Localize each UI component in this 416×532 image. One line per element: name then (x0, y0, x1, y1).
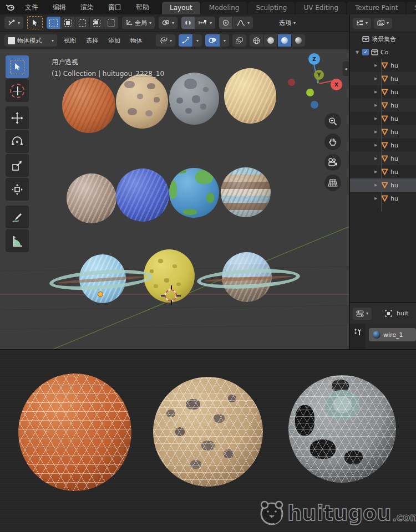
mode-dropdown[interactable]: 物体模式 ▾ (4, 34, 57, 47)
properties-editor-dropdown[interactable]: ▾ (353, 308, 372, 320)
planet-wire-orange[interactable] (18, 374, 131, 491)
select-mode-intersect-button[interactable] (104, 17, 118, 29)
tool-measure[interactable] (6, 229, 29, 252)
collection-row[interactable]: ▼ ✓ Co (350, 45, 416, 59)
tab-texture-paint[interactable]: Texture Paint (347, 2, 405, 14)
xray-toggle[interactable] (232, 34, 246, 47)
outliner-item[interactable]: ▶hu (350, 59, 416, 72)
zoom-button[interactable] (324, 113, 341, 130)
proportional-edit-toggle[interactable] (219, 17, 232, 29)
outliner-item[interactable]: ▶hu (350, 72, 416, 85)
ortho-toggle-button[interactable] (324, 175, 341, 191)
menu-file[interactable]: 文件 (18, 0, 45, 14)
tool-cursor[interactable] (6, 79, 29, 102)
gizmo-dropdown[interactable]: ▾ (193, 34, 202, 47)
tab-uv-editing[interactable]: UV Editing (296, 2, 346, 14)
expand-arrow-icon[interactable]: ▶ (374, 90, 379, 94)
expand-arrow-icon[interactable]: ▶ (374, 170, 379, 174)
overlays-dropdown[interactable]: ▾ (220, 34, 229, 47)
axis-gizmo[interactable]: Z Y X (286, 52, 347, 110)
outliner-item[interactable]: ▶hu (350, 192, 416, 205)
tab-modeling[interactable]: Modeling (201, 2, 247, 14)
tab-layout[interactable]: Layout (162, 2, 200, 14)
axis-neg-x-ball[interactable] (288, 79, 295, 86)
shading-rendered-button[interactable] (292, 34, 305, 47)
outliner-item[interactable]: ▶hu (350, 139, 416, 152)
axis-z-ball[interactable]: Z (308, 53, 320, 65)
camera-view-button[interactable] (324, 154, 341, 171)
select-box-tool-button[interactable] (27, 16, 43, 29)
expand-arrow-icon[interactable]: ▼ (356, 50, 360, 55)
shading-material-button[interactable] (278, 34, 291, 47)
menu-add[interactable]: 添加 (105, 34, 124, 47)
expand-arrow-icon[interactable]: ▶ (374, 143, 379, 147)
active-tool-dropdown[interactable]: ▾ (4, 17, 23, 29)
axis-neg-z-ball[interactable] (311, 101, 318, 109)
viewport-3d[interactable]: 用户透视 (1) Collection | huitugou_2228_10 (0, 49, 349, 349)
menu-object[interactable]: 物体 (127, 34, 146, 47)
planet-wire-cookie[interactable] (153, 377, 263, 487)
outliner-item[interactable]: ▶hu (350, 125, 416, 139)
menu-window[interactable]: 窗口 (101, 0, 129, 14)
expand-arrow-icon[interactable]: ▶ (374, 76, 379, 81)
tab-shading[interactable]: Shading (407, 2, 416, 14)
planet-cookie[interactable] (116, 74, 168, 129)
expand-arrow-icon[interactable]: ▶ (374, 103, 379, 108)
sidebar-collapse-arrow[interactable]: ◂ (343, 62, 349, 76)
expand-arrow-icon[interactable]: ▶ (374, 183, 379, 187)
collection-checkbox[interactable]: ✓ (362, 49, 369, 55)
options-dropdown[interactable]: 选项 ▾ (276, 17, 299, 29)
snap-toggle-button[interactable] (181, 17, 195, 29)
planet-earth[interactable] (169, 168, 219, 218)
tool-tab-icon[interactable] (354, 328, 362, 336)
tool-select-box[interactable] (6, 55, 29, 78)
show-overlays-toggle[interactable] (205, 34, 220, 47)
editor-type-dropdown[interactable]: ▾ (353, 18, 371, 29)
tool-annotate[interactable] (6, 206, 29, 228)
select-mode-set-button[interactable] (47, 17, 60, 29)
expand-arrow-icon[interactable]: ▶ (374, 116, 379, 121)
select-mode-difference-button[interactable] (90, 17, 104, 29)
outliner-item[interactable]: ▶hu (350, 112, 416, 125)
planet-wire-gray[interactable] (288, 375, 396, 483)
menu-view[interactable]: 视图 (60, 34, 79, 47)
select-mode-subtract-button[interactable] (75, 17, 89, 29)
outliner-item[interactable]: ▶hu (350, 99, 416, 112)
planet-taupe[interactable] (67, 173, 116, 223)
expand-arrow-icon[interactable]: ▶ (374, 63, 379, 68)
menu-edit[interactable]: 编辑 (45, 0, 73, 14)
shading-solid-button[interactable] (264, 34, 277, 47)
planet-blue[interactable] (116, 168, 169, 222)
outliner-item[interactable]: ▶hu (350, 152, 416, 165)
falloff-dropdown[interactable]: ▾ (233, 17, 253, 29)
menu-help[interactable]: 帮助 (129, 0, 156, 14)
outliner-item[interactable]: ▶hu (350, 165, 416, 178)
outliner-item[interactable]: ▶hu (350, 85, 416, 99)
planet-jupiter[interactable] (221, 167, 271, 217)
show-gizmo-toggle[interactable] (179, 34, 192, 47)
visibility-dropdown[interactable]: ▾ (156, 34, 175, 47)
snap-with-dropdown[interactable]: ▾ (195, 17, 215, 29)
select-mode-extend-button[interactable] (61, 17, 75, 29)
tool-transform[interactable] (6, 178, 29, 201)
expand-arrow-icon[interactable]: ▶ (374, 130, 379, 134)
expand-arrow-icon[interactable]: ▶ (374, 196, 379, 201)
tab-sculpting[interactable]: Sculpting (248, 2, 295, 14)
axis-x-ball[interactable]: X (331, 79, 342, 90)
pivot-point-dropdown[interactable]: ▾ (159, 17, 177, 29)
pan-button[interactable] (324, 134, 341, 150)
modifier-name-field[interactable]: wire_1 (369, 328, 416, 341)
scene-collection-row[interactable]: 场景集合 (350, 32, 416, 45)
tool-move[interactable] (6, 106, 29, 129)
menu-select[interactable]: 选择 (83, 34, 102, 47)
planet-fluffy[interactable] (224, 68, 276, 124)
blender-logo-icon[interactable] (0, 3, 18, 11)
shading-wireframe-button[interactable] (250, 34, 263, 47)
object-origin-dot[interactable] (98, 291, 103, 297)
transform-orientation-dropdown[interactable]: 全局 ▾ (122, 17, 155, 29)
outliner-filter-dropdown[interactable]: ▾ (374, 18, 392, 29)
menu-render[interactable]: 渲染 (73, 0, 101, 14)
expand-arrow-icon[interactable]: ▶ (374, 156, 379, 161)
tool-rotate[interactable] (6, 130, 29, 153)
axis-y-ball[interactable]: Y (314, 70, 324, 80)
